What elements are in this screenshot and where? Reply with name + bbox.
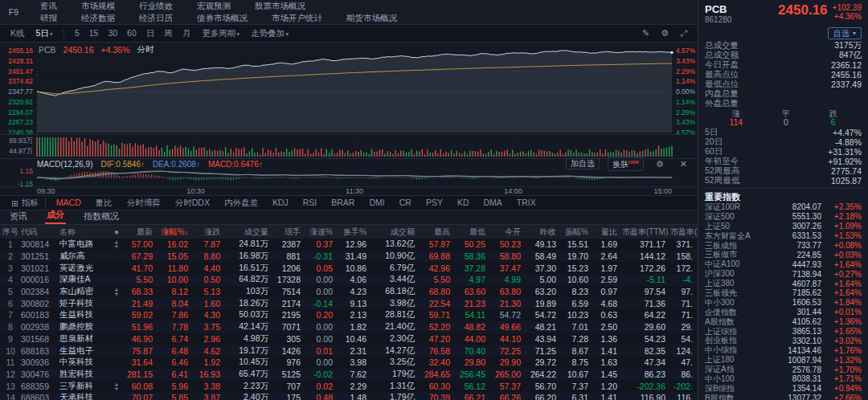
menu-item[interactable]: 债券市场概况 bbox=[185, 13, 260, 24]
menu-item[interactable]: 经济数据 bbox=[69, 13, 127, 24]
table-row[interactable]: 7600183生益科技59.027.864.3050.03万21950.202.… bbox=[0, 309, 698, 321]
table-row[interactable]: 10688183生益电子75.876.484.6219.17万14260.012… bbox=[0, 345, 698, 357]
cell-change-pct: 15.05 bbox=[158, 251, 193, 261]
table-row[interactable]: 11300936中英科技31.646.461.9210.45万9760.003.… bbox=[0, 357, 698, 369]
indicator-tab[interactable]: 分时DDX bbox=[168, 198, 217, 209]
period-tab[interactable]: 15 bbox=[85, 28, 103, 39]
indicator-tab[interactable]: DMA bbox=[476, 198, 509, 209]
period-tab[interactable]: 周 bbox=[160, 28, 177, 39]
menu-item[interactable]: 经济日历 bbox=[127, 13, 185, 24]
table-row[interactable]: 9301568思泉新材46.906.742.964.98万3050.0010.4… bbox=[0, 333, 698, 345]
content-tab[interactable]: 成分 bbox=[45, 209, 66, 224]
indicator-tab[interactable]: 分时博弈 bbox=[120, 198, 168, 209]
table-row[interactable]: 8002938鹏鼎控股51.967.783.7542.14万70710.001.… bbox=[0, 321, 698, 333]
index-value: 8038.31 bbox=[773, 374, 821, 383]
intraday-chart-panel: 2455.164.57%2428.313.43%2401.472.29%2374… bbox=[0, 43, 698, 196]
skin-button[interactable]: 换肤new bbox=[608, 157, 644, 170]
cell-open: 72.25 bbox=[490, 346, 526, 356]
table-row[interactable]: 2301251威尔高67.2915.058.8016.98万881-0.3131… bbox=[0, 251, 698, 263]
kline-mode-button[interactable]: K线 bbox=[6, 28, 29, 39]
f9-badge[interactable]: F9 bbox=[0, 0, 28, 24]
indicator-tab[interactable]: 内外盘差 bbox=[217, 198, 265, 209]
cell-open: 37.47 bbox=[490, 263, 526, 273]
period-tab[interactable]: 5 bbox=[71, 28, 84, 39]
header-prev-close[interactable]: 昨收 bbox=[526, 227, 561, 238]
indicator-tab[interactable]: KDJ bbox=[265, 198, 296, 209]
add-favorite-button[interactable]: 自选▾ bbox=[828, 27, 862, 39]
header-change[interactable]: 涨跌 bbox=[193, 227, 225, 238]
header-amplitude[interactable]: 振幅% bbox=[561, 227, 593, 238]
table-row[interactable]: 13688359三孚新科‡60.085.963.382.23万7070.022.… bbox=[0, 380, 698, 392]
indicator-tab[interactable]: TRIX bbox=[510, 198, 543, 209]
range-dropdown[interactable]: 5日▾ bbox=[32, 28, 57, 39]
menu-item[interactable]: 期货市场概况 bbox=[334, 13, 409, 24]
header-open[interactable]: 今开 bbox=[490, 227, 526, 238]
period-tab[interactable]: 30 bbox=[104, 28, 121, 39]
menu-item[interactable]: 行业绩效 bbox=[127, 1, 185, 12]
content-tab[interactable]: 指数概况 bbox=[82, 210, 121, 224]
indicator-tab[interactable]: RSI bbox=[296, 198, 325, 209]
index-value: 7185.62 bbox=[773, 288, 821, 297]
macd-close-icon[interactable]: ✕ bbox=[676, 159, 691, 169]
table-row[interactable]: 6300802矩子科技21.498.041.6018.26万2174-0.149… bbox=[0, 297, 698, 309]
more-periods-dropdown[interactable]: 更多周期▾ bbox=[198, 28, 244, 39]
header-amount[interactable]: 成交额 bbox=[371, 227, 420, 238]
fullscreen-icon[interactable]: ⤢ bbox=[676, 28, 691, 39]
header-flag[interactable]: ● bbox=[111, 227, 122, 236]
menu-item[interactable]: 股票市场概况 bbox=[243, 1, 317, 12]
indicator-tab[interactable]: BRAR bbox=[324, 198, 362, 209]
header-volume-ratio[interactable]: 量比 bbox=[593, 227, 622, 238]
header-pe-lyr[interactable]: 市盈率(L bbox=[670, 227, 698, 238]
period-tab[interactable]: 月 bbox=[178, 28, 195, 39]
indicator-tab[interactable]: PSY bbox=[419, 198, 450, 209]
header-volume[interactable]: 成交量 bbox=[225, 227, 273, 238]
table-row[interactable]: 14688603天承科技70.075.853.872.40万1750.481.4… bbox=[0, 392, 698, 400]
header-speed[interactable]: 涨速% bbox=[305, 227, 338, 238]
header-name[interactable]: 名称 bbox=[59, 227, 111, 238]
add-watchlist-button[interactable]: 加自选 bbox=[566, 158, 600, 169]
indicator-tab[interactable]: KD bbox=[450, 198, 477, 209]
table-row[interactable]: 5002384东山精密‡68.338.125.13103万75140.004.2… bbox=[0, 286, 698, 298]
header-low[interactable]: 最低 bbox=[455, 227, 490, 238]
header-code[interactable]: 代码 bbox=[21, 227, 59, 238]
cell-index: 12 bbox=[0, 369, 21, 379]
menu-item[interactable]: 市场规模 bbox=[69, 1, 127, 12]
period-tab[interactable]: 60 bbox=[123, 28, 141, 39]
draw-icon[interactable]: ✎ bbox=[638, 28, 653, 39]
overlay-dropdown[interactable]: 走势叠加▾ bbox=[247, 28, 293, 39]
table-row[interactable]: 4000016深康佳A5.5010.000.5064.82万173280.004… bbox=[0, 274, 698, 286]
cell-low: 63.60 bbox=[455, 287, 490, 296]
header-turnover[interactable]: 换手% bbox=[338, 227, 371, 238]
index-row[interactable]: B股指数 13077.32 +2.66% bbox=[705, 394, 862, 400]
svg-text:1.15: 1.15 bbox=[19, 167, 33, 175]
header-high[interactable]: 最高 bbox=[420, 227, 455, 238]
macd-settings-icon[interactable]: ⚙ bbox=[652, 159, 668, 169]
menu-item[interactable]: 资讯 bbox=[28, 1, 69, 12]
settings-icon[interactable]: ⚙ bbox=[657, 28, 673, 39]
menu-item[interactable]: 研报 bbox=[28, 13, 69, 24]
content-tab[interactable]: 资讯 bbox=[8, 210, 29, 224]
table-row[interactable]: 12300476胜宏科技281.156.4116.9365.47万5125-0.… bbox=[0, 369, 698, 381]
period-tab[interactable]: 日 bbox=[142, 28, 159, 39]
cell-code: 688603 bbox=[21, 393, 59, 400]
table-row[interactable]: 3301021英诺激光41.7011.804.4016.51万12060.051… bbox=[0, 262, 698, 274]
intraday-chart[interactable]: 2455.164.57%2428.313.43%2401.472.29%2374… bbox=[0, 43, 698, 195]
cell-speed: -0.14 bbox=[305, 299, 338, 308]
index-pct: +3.02% bbox=[821, 337, 862, 345]
cell-amplitude: 6.31 bbox=[561, 393, 593, 400]
menu-item[interactable]: 宏观预测 bbox=[185, 1, 243, 12]
indicator-menu[interactable]: ⊞指标 bbox=[5, 198, 46, 209]
header-change-pct[interactable]: 涨幅%↓ bbox=[158, 227, 193, 238]
indicator-tab[interactable]: MACD bbox=[49, 198, 88, 209]
header-current-vol[interactable]: 现手 bbox=[273, 227, 305, 238]
indicator-tab[interactable]: 量比 bbox=[88, 198, 120, 209]
table-row[interactable]: 1300814中富电路‡57.0016.027.8724.81万23870.37… bbox=[0, 239, 698, 251]
chart-mode-tab[interactable]: 分时 bbox=[137, 44, 154, 55]
header-last[interactable]: 最新 bbox=[122, 227, 158, 238]
header-index[interactable]: 序号 bbox=[0, 227, 21, 238]
indicator-tab[interactable]: DMI bbox=[362, 198, 391, 209]
header-pe-ttm[interactable]: 市盈率(TTM) bbox=[622, 227, 670, 238]
indicator-tab[interactable]: CR bbox=[392, 198, 419, 209]
cell-speed: 0.05 bbox=[305, 263, 338, 273]
menu-item[interactable]: 市场开户统计 bbox=[260, 13, 334, 24]
